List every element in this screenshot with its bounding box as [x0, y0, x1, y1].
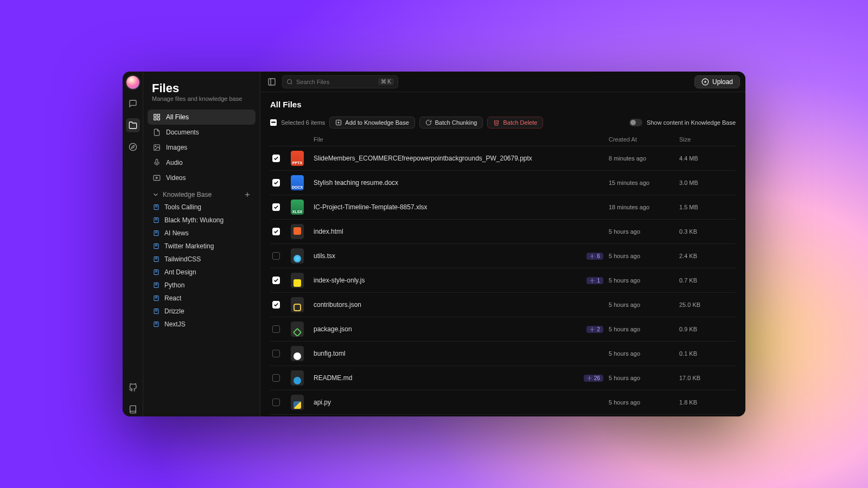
kb-item[interactable]: Twitter Marketing	[148, 240, 256, 253]
nav-item-all-files[interactable]: All Files	[148, 110, 256, 125]
file-checkbox[interactable]	[272, 252, 280, 260]
select-all-checkbox[interactable]	[270, 119, 277, 126]
file-created: 18 minutes ago	[609, 204, 674, 210]
file-created: 5 hours ago	[609, 277, 674, 284]
file-checkbox[interactable]	[272, 179, 280, 187]
book-icon	[153, 256, 159, 262]
sidebar-title: Files	[148, 78, 256, 95]
book-icon	[153, 282, 159, 288]
kb-item[interactable]: NextJS	[148, 318, 256, 331]
upload-button[interactable]: Upload	[694, 75, 740, 88]
upload-icon	[701, 78, 709, 86]
file-checkbox[interactable]	[272, 301, 280, 309]
nav-item-audio[interactable]: Audio	[148, 155, 256, 170]
kb-badge: 26	[584, 375, 603, 382]
file-name: Stylish teaching resume.docx	[314, 179, 398, 187]
book-icon	[153, 321, 159, 328]
book-icon	[153, 204, 159, 210]
file-checkbox[interactable]	[272, 350, 280, 357]
file-row[interactable]: api.py5 hours ago1.8 KB	[270, 390, 736, 415]
svg-point-7	[155, 146, 156, 147]
file-row[interactable]: utils.tsx65 hours ago2.4 KB	[270, 244, 736, 268]
batch-delete-button[interactable]: Batch Delete	[487, 117, 543, 129]
svg-rect-5	[157, 118, 159, 120]
batch-chunk-button[interactable]: Batch Chunking	[419, 117, 483, 129]
file-checkbox[interactable]	[272, 399, 280, 406]
file-name: index-style-only.js	[314, 277, 365, 284]
file-created: 15 minutes ago	[609, 179, 674, 186]
kb-badge: 6	[586, 253, 603, 260]
file-row[interactable]: DOCXStylish teaching resume.docx15 minut…	[270, 171, 736, 195]
file-checkbox[interactable]	[272, 228, 280, 235]
file-checkbox[interactable]	[272, 203, 280, 211]
kb-item[interactable]: Ant Design	[148, 266, 256, 279]
file-checkbox[interactable]	[272, 277, 280, 284]
kb-item[interactable]: React	[148, 292, 256, 305]
svg-point-53	[592, 280, 593, 281]
avatar[interactable]	[126, 76, 139, 89]
file-row[interactable]: contributors.json5 hours ago25.0 KB	[270, 293, 736, 317]
file-name: contributors.json	[314, 301, 361, 309]
col-created: Created At	[609, 136, 674, 143]
files-icon[interactable]	[126, 118, 140, 132]
app-window: Files Manage files and knowledge base Al…	[123, 72, 745, 416]
svg-rect-42	[269, 79, 275, 85]
file-row[interactable]: index.html5 hours ago0.3 KB	[270, 220, 736, 244]
file-row[interactable]: XLSXIC-Project-Timeline-Template-8857.xl…	[270, 195, 736, 220]
book-icon	[153, 269, 159, 275]
nav-item-documents[interactable]: Documents	[148, 125, 256, 140]
sidebar-subtitle: Manage files and knowledge base	[148, 95, 256, 110]
file-size: 25.0 KB	[679, 301, 733, 308]
file-row[interactable]: README.md265 hours ago17.0 KB	[270, 366, 736, 390]
kb-item[interactable]: Black Myth: Wukong	[148, 214, 256, 227]
nav-item-videos[interactable]: Videos	[148, 170, 256, 185]
file-row[interactable]: package.json25 hours ago0.9 KB	[270, 317, 736, 342]
kb-item[interactable]: Drizzle	[148, 305, 256, 318]
svg-rect-2	[154, 114, 156, 117]
svg-rect-4	[154, 118, 156, 120]
file-size: 2.4 KB	[679, 253, 733, 259]
file-row[interactable]: index.mdx135 hours ago5.4 KB	[270, 415, 736, 416]
chat-icon[interactable]	[126, 97, 140, 111]
nav-item-images[interactable]: Images	[148, 140, 256, 155]
file-checkbox[interactable]	[272, 374, 280, 382]
file-icon-md	[291, 370, 304, 386]
book-icon[interactable]	[126, 402, 140, 416]
topbar: ⌘ K Upload	[260, 72, 745, 92]
file-icon-js	[291, 273, 304, 288]
file-row[interactable]: bunfig.toml5 hours ago0.1 KB	[270, 342, 736, 366]
kb-item[interactable]: AI News	[148, 227, 256, 240]
explore-icon[interactable]	[126, 140, 140, 154]
file-size: 0.1 KB	[679, 350, 733, 357]
svg-rect-3	[157, 114, 159, 117]
book-icon	[153, 217, 159, 223]
github-icon[interactable]	[126, 381, 140, 395]
kb-item[interactable]: Python	[148, 279, 256, 292]
file-checkbox[interactable]	[272, 325, 280, 333]
kb-item[interactable]: TailwindCSS	[148, 253, 256, 266]
file-size: 1.8 KB	[679, 399, 733, 406]
book-icon	[153, 295, 159, 301]
add-to-kb-button[interactable]: Add to Knowledge Base	[329, 117, 414, 129]
search-input[interactable]: ⌘ K	[282, 75, 398, 88]
show-kb-toggle[interactable]	[629, 119, 642, 126]
file-icon-json2	[291, 322, 304, 337]
kb-item[interactable]: Tools Calling	[148, 201, 256, 214]
page-title: All Files	[270, 100, 736, 109]
file-checkbox[interactable]	[272, 155, 280, 162]
file-created: 5 hours ago	[609, 301, 674, 308]
file-created: 5 hours ago	[609, 326, 674, 332]
col-size: Size	[679, 136, 733, 143]
collapse-sidebar-icon[interactable]	[266, 76, 278, 88]
file-size: 0.3 KB	[679, 228, 733, 235]
svg-point-0	[129, 143, 136, 150]
file-row[interactable]: index-style-only.js15 hours ago0.7 KB	[270, 268, 736, 293]
kb-badge: 2	[586, 326, 603, 333]
file-created: 5 hours ago	[609, 399, 674, 406]
file-name: api.py	[314, 399, 331, 406]
file-created: 5 hours ago	[609, 228, 674, 235]
file-size: 4.4 MB	[679, 155, 733, 162]
add-kb-icon[interactable]	[244, 191, 251, 198]
file-size: 0.7 KB	[679, 277, 733, 284]
file-row[interactable]: PPTXSlideMembers_ECOMMERCEfreepowerpoint…	[270, 146, 736, 171]
